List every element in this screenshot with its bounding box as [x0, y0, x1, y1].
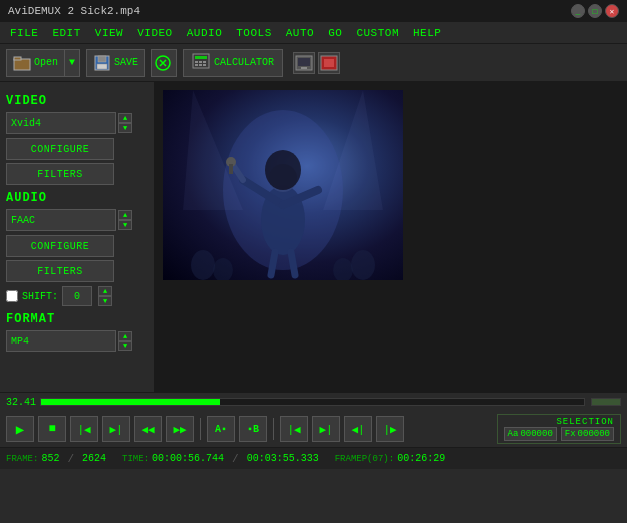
audio-configure-button[interactable]: Configure [6, 235, 114, 257]
audio-codec-select[interactable]: FAAC MP3 Copy None [6, 209, 116, 231]
close-button[interactable]: ✕ [605, 4, 619, 18]
video-codec-down[interactable]: ▼ [118, 123, 132, 133]
next-frame-button[interactable]: ▶| [102, 416, 130, 442]
menu-audio[interactable]: Audio [181, 25, 229, 41]
audio-codec-up[interactable]: ▲ [118, 210, 132, 220]
format-codec-down[interactable]: ▼ [118, 341, 132, 351]
back-fast-button[interactable]: ◀◀ [134, 416, 162, 442]
prev-frame-button[interactable]: |◀ [70, 416, 98, 442]
svg-rect-9 [199, 61, 202, 63]
frame-value: 852 [41, 453, 59, 464]
go-mark-a-button[interactable]: ◀| [344, 416, 372, 442]
progress-bar[interactable] [40, 398, 585, 406]
format-buttons [293, 52, 340, 74]
format-btn-1[interactable] [293, 52, 315, 74]
video-codec-row: Xvid4 Copy None ▲ ▼ [6, 112, 148, 134]
format-codec-select[interactable]: MP4 AVI MKV [6, 330, 116, 352]
selection-a-value: 000000 [520, 429, 552, 439]
minimize-button[interactable]: _ [571, 4, 585, 18]
menu-auto[interactable]: Auto [280, 25, 320, 41]
separator-2 [273, 418, 274, 440]
something-button[interactable] [151, 49, 177, 77]
audio-codec-row: FAAC MP3 Copy None ▲ ▼ [6, 209, 148, 231]
go-end-button[interactable]: ▶| [312, 416, 340, 442]
svg-point-31 [351, 250, 375, 280]
menu-help[interactable]: Help [407, 25, 447, 41]
menu-video[interactable]: Video [131, 25, 179, 41]
svg-rect-10 [203, 61, 206, 63]
menu-tools[interactable]: Tools [230, 25, 278, 41]
mark-b-button[interactable]: ▪B [239, 416, 267, 442]
menu-file[interactable]: File [4, 25, 44, 41]
title-bar: AviDEMUX 2 Sick2.mp4 _ □ ✕ [0, 0, 627, 22]
divider-2: / [232, 453, 239, 465]
maximize-button[interactable]: □ [588, 4, 602, 18]
video-codec-up[interactable]: ▲ [118, 113, 132, 123]
video-configure-button[interactable]: Configure [6, 138, 114, 160]
selection-a-label: Aa [508, 429, 519, 439]
progress-fill [41, 399, 220, 405]
window-controls: _ □ ✕ [571, 4, 619, 18]
selection-b-label: Fx [565, 429, 576, 439]
format-codec-arrows: ▲ ▼ [118, 331, 132, 351]
calculator-button[interactable]: Calculator [183, 49, 283, 77]
audio-codec-down[interactable]: ▼ [118, 220, 132, 230]
format-codec-up[interactable]: ▲ [118, 331, 132, 341]
calculator-label: Calculator [214, 57, 274, 68]
shift-label: Shift: [22, 291, 58, 302]
save-button[interactable]: Save [86, 49, 145, 77]
stop-button[interactable]: ■ [38, 416, 66, 442]
divider-1: / [67, 453, 74, 465]
time-label: Time: [122, 454, 149, 464]
framep-status: FrameP(07): 00:26:29 [335, 453, 445, 464]
menu-bar: File Edit View Video Audio Tools Auto Go… [0, 22, 627, 44]
open-main[interactable]: Open [7, 51, 64, 75]
video-codec-select[interactable]: Xvid4 Copy None [6, 112, 116, 134]
svg-rect-0 [14, 59, 30, 70]
svg-rect-7 [195, 56, 207, 59]
shift-down[interactable]: ▼ [98, 296, 112, 306]
shift-checkbox[interactable] [6, 290, 18, 302]
shift-up[interactable]: ▲ [98, 286, 112, 296]
menu-edit[interactable]: Edit [46, 25, 86, 41]
svg-rect-8 [195, 61, 198, 63]
open-dropdown-arrow[interactable]: ▼ [64, 50, 79, 76]
shift-input[interactable] [62, 286, 92, 306]
progress-value: 32.41 [6, 397, 36, 408]
progress-row: 32.41 [0, 393, 627, 411]
fwd-fast-button[interactable]: ▶▶ [166, 416, 194, 442]
format-btn-2[interactable] [318, 52, 340, 74]
format-section-label: Format [6, 312, 148, 326]
audio-filters-button[interactable]: Filters [6, 260, 114, 282]
video-section-label: Video [6, 94, 148, 108]
selection-a: Aa 000000 [504, 427, 557, 441]
window-title: AviDEMUX 2 Sick2.mp4 [8, 5, 140, 17]
svg-rect-26 [229, 164, 233, 174]
shift-arrows: ▲ ▼ [98, 286, 112, 306]
menu-go[interactable]: Go [322, 25, 348, 41]
time-end: 00:03:55.333 [247, 453, 319, 464]
selection-panel: Selection Aa 000000 Fx 000000 [497, 414, 621, 444]
go-start-button[interactable]: |◀ [280, 416, 308, 442]
save-icon [93, 54, 111, 72]
bottom-area: 32.41 ▶ ■ |◀ ▶| ◀◀ ▶▶ A▪ ▪B |◀ ▶| ◀| |▶ … [0, 392, 627, 492]
video-area [155, 82, 627, 392]
video-filters-button[interactable]: Filters [6, 163, 114, 185]
selection-values: Aa 000000 Fx 000000 [504, 427, 614, 441]
svg-point-22 [265, 150, 301, 190]
status-bar: Frame: 852 / 2624 Time: 00:00:56.744 / 0… [0, 447, 627, 469]
svg-rect-15 [298, 58, 310, 66]
svg-rect-12 [199, 64, 202, 66]
framep-label: FrameP(07): [335, 454, 394, 464]
svg-point-30 [191, 250, 215, 280]
play-button[interactable]: ▶ [6, 416, 34, 442]
selection-title: Selection [504, 417, 614, 427]
svg-rect-16 [301, 67, 307, 69]
menu-view[interactable]: View [89, 25, 129, 41]
svg-line-28 [271, 252, 275, 275]
mark-a-button[interactable]: A▪ [207, 416, 235, 442]
menu-custom[interactable]: Custom [350, 25, 405, 41]
svg-point-32 [213, 258, 233, 280]
open-button[interactable]: Open ▼ [6, 49, 80, 77]
go-mark-b-button[interactable]: |▶ [376, 416, 404, 442]
